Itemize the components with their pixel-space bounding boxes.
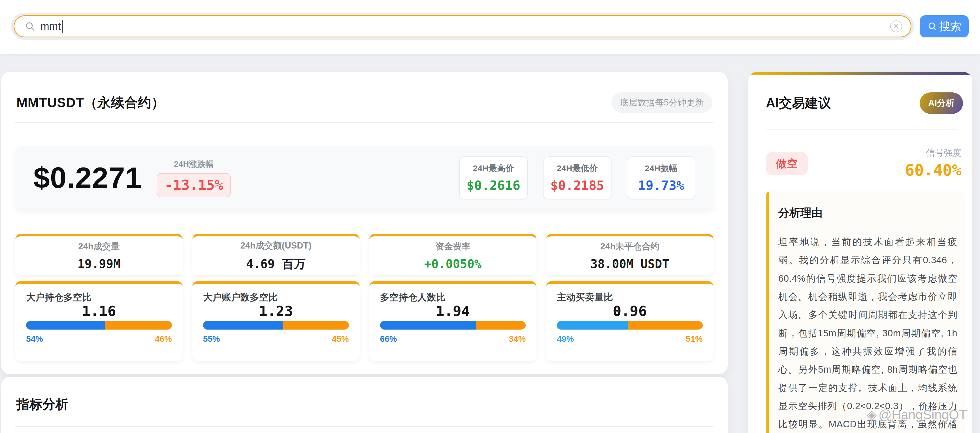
header-divider [15,122,713,123]
stat-value: +0.0050% [424,257,482,271]
ai-header-divider [766,129,958,129]
high-price-value: $0.2616 [466,178,520,193]
long-bar-segment [380,321,476,330]
ratio-taker-buy-sell: 主动买卖量比 0.96 49% 51% [546,281,713,361]
search-button[interactable]: 搜索 [920,15,969,37]
stat-label: 24h成交量 [78,240,119,253]
stat-turnover: 24h成交额(USDT) 4.69 百万 [192,234,360,275]
ratio-value: 0.96 [557,303,703,319]
high-price-box: 24H最高价 $0.2616 [459,156,528,199]
short-pct: 51% [686,334,703,344]
stat-open-interest: 24h未平仓合约 38.00M USDT [546,234,713,275]
indicator-analysis-card: 指标分析 [1,377,728,433]
stat-label: 24h成交额(USDT) [240,240,311,252]
analysis-reason-box: 分析理由 坦率地说，当前的技术面看起来相当疲弱。我的分析显示综合评分只有0.34… [766,191,963,433]
long-pct: 66% [380,334,397,344]
pct-row: 49% 51% [557,334,703,344]
ai-analysis-badge: AI分析 [920,92,963,114]
stat-value: 19.99M [78,257,121,271]
stat-funding-rate: 资金费率 +0.0050% [369,234,537,275]
price-hero: $0.2271 24H涨跌幅 -13.15% 24H最高价 $0.2616 24… [15,146,713,209]
symbol-overview-card: MMTUSDT（永续合约） 底层数据每5分钟更新 $0.2271 24H涨跌幅 … [1,72,728,374]
amplitude-box: 24H振幅 19.73% [627,156,695,199]
indicator-analysis-title: 指标分析 [16,396,713,413]
clear-input-icon[interactable]: ✕ [890,21,902,32]
current-price: $0.2271 [33,161,142,195]
direction-badge: 做空 [766,152,808,175]
watermark-text: @HangSingQT [878,407,967,422]
ratio-top-trader-account: 大户账户数多空比 1.23 55% 45% [192,281,360,361]
stat-label: 资金费率 [435,240,471,253]
ratio-label: 多空持仓人数比 [380,292,526,302]
analysis-reason-title: 分析理由 [778,205,957,220]
search-button-label: 搜索 [939,19,961,34]
long-short-bar [26,321,172,330]
change-label: 24H涨跌幅 [174,159,213,170]
short-pct: 46% [155,334,172,344]
short-pct: 34% [509,334,526,344]
low-price-label: 24H最低价 [557,162,598,174]
diamond-icon: ◈ [867,407,877,422]
ratio-label: 主动买卖量比 [557,292,703,302]
ratio-row: 大户持仓多空比 1.16 54% 46% 大户账户数多空比 1.23 55% 4… [15,281,713,361]
stat-value: 4.69 百万 [246,256,305,272]
analysis-reason-body: 坦率地说，当前的技术面看起来相当疲弱。我的分析显示综合评分只有0.346，60.… [778,233,957,433]
search-input[interactable]: mmt ✕ [14,15,912,37]
high-price-label: 24H最高价 [473,162,514,174]
ai-card-header: AI交易建议 AI分析 [766,92,963,114]
hl-boxes: 24H最高价 $0.2616 24H最低价 $0.2185 24H振幅 19.7… [459,156,695,199]
long-short-bar [203,321,349,330]
text-caret [62,20,63,33]
long-short-bar [557,321,703,330]
long-pct: 55% [203,334,220,344]
search-icon [25,21,35,32]
stat-volume: 24h成交量 19.99M [15,234,183,275]
signal-row: 做空 信号强度 60.40% [766,147,963,179]
ratio-label: 大户持仓多空比 [26,292,172,302]
signal-strength-block: 信号强度 60.40% [905,147,961,179]
long-bar-segment [26,321,105,330]
low-price-box: 24H最低价 $0.2185 [543,156,611,199]
watermark: ◈ @HangSingQT [867,407,967,422]
ratio-top-trader-position: 大户持仓多空比 1.16 54% 46% [15,281,183,361]
pct-row: 54% 46% [26,334,172,344]
search-button-icon [928,21,937,32]
ratio-value: 1.94 [380,303,526,319]
pct-row: 55% 45% [203,334,349,344]
search-input-value: mmt [40,21,61,32]
ratio-value: 1.16 [26,303,172,319]
stat-value: 38.00M USDT [590,257,669,271]
ai-advice-card: AI交易建议 AI分析 做空 信号强度 60.40% 分析理由 坦率地说，当前的… [748,72,972,433]
stats-row: 24h成交量 19.99M 24h成交额(USDT) 4.69 百万 资金费率 … [15,234,713,275]
ratio-label: 大户账户数多空比 [203,292,349,302]
topbar: mmt ✕ 搜索 [0,0,980,54]
gradient-top-border [748,72,972,75]
long-pct: 49% [557,334,574,344]
change-chip: -13.15% [157,173,231,197]
ratio-global-account: 多空持仓人数比 1.94 66% 34% [369,281,537,361]
amplitude-value: 19.73% [638,178,684,193]
stat-label: 24h未平仓合约 [600,240,659,253]
change-block: 24H涨跌幅 -13.15% [157,159,231,197]
amplitude-label: 24H振幅 [645,162,677,174]
long-short-bar [380,321,526,330]
ai-advice-title: AI交易建议 [766,94,831,112]
long-bar-segment [557,321,628,330]
overview-card-header: MMTUSDT（永续合约） 底层数据每5分钟更新 [16,92,712,113]
symbol-title: MMTUSDT（永续合约） [16,94,165,111]
signal-strength-label: 信号强度 [926,147,961,159]
low-price-value: $0.2185 [550,178,604,193]
section-divider [15,426,713,427]
pct-row: 66% 34% [380,334,526,344]
signal-strength-value: 60.40% [905,161,961,179]
long-pct: 54% [26,334,43,344]
ratio-value: 1.23 [203,303,349,319]
short-pct: 45% [332,334,348,344]
data-refresh-badge: 底层数据每5分钟更新 [611,92,712,113]
long-bar-segment [203,321,283,330]
